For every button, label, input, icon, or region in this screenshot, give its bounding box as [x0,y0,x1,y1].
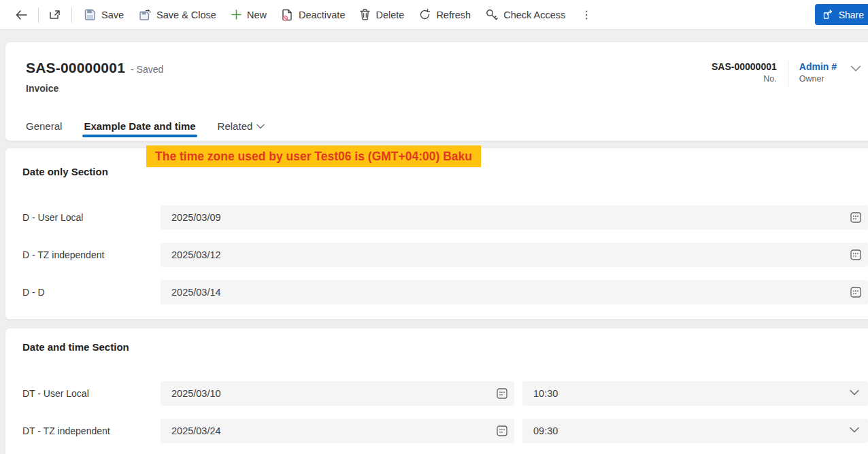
save-label: Save [101,10,124,20]
calendar-icon[interactable] [497,425,507,436]
toolbar-divider [71,7,72,22]
save-and-close-label: Save & Close [156,10,216,20]
more-commands-button[interactable]: ⋮ [573,3,600,27]
share-label: Share [839,10,864,20]
date-value: 2025/03/14 [171,287,221,298]
vertical-ellipsis-icon: ⋮ [581,8,592,21]
field-row: D - D 2025/03/14 [5,280,868,304]
field-label: D - D [22,280,158,304]
tab-general-label: General [26,120,62,132]
share-icon [823,10,834,20]
date-value: 2025/03/10 [171,388,221,399]
delete-label: Delete [375,10,404,20]
save-and-close-icon [139,9,151,21]
field-label: D - User Local [22,205,158,230]
time-input[interactable]: 10:30 [522,381,868,406]
tab-related-label: Related [218,120,253,132]
date-input[interactable]: 2025/03/24 [161,419,514,443]
section-title: Date only Section [22,166,108,177]
refresh-icon [419,9,431,20]
field-label: D - TZ independent [22,243,158,267]
date-input[interactable]: 2025/03/14 [161,280,868,304]
record-id: SAS-00000001 [26,60,125,76]
check-access-button[interactable]: Check Access [478,3,573,27]
no-value: SAS-00000001 [712,61,777,72]
date-value: 2025/03/12 [171,249,221,260]
timezone-banner: The time zone used by user Test06 is (GM… [146,145,481,167]
delete-button[interactable]: Delete [352,3,412,27]
check-access-label: Check Access [503,10,565,20]
chevron-down-icon[interactable] [850,389,859,396]
entity-type-label: Invoice [26,83,59,94]
date-and-time-section-card: Date and time Section DT - User Local 20… [5,328,868,454]
date-input[interactable]: 2025/03/09 [161,205,868,230]
owner-label: Owner [799,74,837,84]
owner-value-link[interactable]: Admin # [799,61,837,72]
save-icon [84,9,96,20]
save-button[interactable]: Save [77,3,131,27]
popout-button[interactable] [44,3,67,27]
calendar-icon[interactable] [497,388,507,399]
calendar-icon[interactable] [850,212,861,223]
refresh-label: Refresh [436,10,471,20]
date-input[interactable]: 2025/03/12 [161,243,868,267]
deactivate-label: Deactivate [299,10,346,20]
trash-icon [360,9,370,20]
open-in-new-window-icon [50,10,61,20]
chevron-down-icon [256,124,265,129]
header-expand-chevron-icon[interactable] [850,65,861,72]
share-button[interactable]: Share [815,4,868,25]
chevron-down-icon[interactable] [850,427,859,433]
section-title: Date and time Section [22,341,129,353]
command-bar: Save Save & Close New Deactivate Delete … [0,0,868,30]
record-header-card: SAS-00000001 - Saved Invoice SAS-0000000… [5,42,868,141]
date-only-section-card: Date only Section D - User Local 2025/03… [5,148,868,319]
field-label: DT - User Local [22,381,158,406]
tab-example-date-and-time-label: Example Date and time [84,120,195,132]
refresh-button[interactable]: Refresh [412,3,478,27]
save-and-close-button[interactable]: Save & Close [131,3,224,27]
tab-example-date-and-time[interactable]: Example Date and time [84,120,195,141]
deactivate-icon [282,9,293,21]
back-button[interactable] [10,3,33,27]
field-row: D - User Local 2025/03/09 [5,205,868,230]
deactivate-button[interactable]: Deactivate [274,3,353,27]
field-label: DT - TZ independent [22,419,158,443]
record-title-row: SAS-00000001 - Saved [26,60,163,76]
time-input[interactable]: 09:30 [522,419,868,443]
header-field-owner: Admin # Owner [799,61,837,84]
header-field-no: SAS-00000001 No. [712,61,777,84]
calendar-icon[interactable] [850,287,861,298]
date-value: 2025/03/09 [171,212,221,223]
header-divider [788,61,788,87]
header-summary: SAS-00000001 No. Admin # Owner [712,61,864,87]
field-row: D - TZ independent 2025/03/12 [5,243,868,267]
field-row: DT - User Local 2025/03/10 10:30 [5,381,868,406]
new-label: New [247,10,267,20]
date-value: 2025/03/24 [171,425,221,436]
time-value: 10:30 [533,388,558,399]
form-tabs: General Example Date and time Related [26,120,265,141]
no-label: No. [763,74,776,84]
record-status: - Saved [131,64,163,75]
calendar-icon[interactable] [850,249,861,260]
back-arrow-icon [16,10,27,20]
date-input[interactable]: 2025/03/10 [161,381,514,406]
tab-related[interactable]: Related [218,120,265,141]
field-row: DT - TZ independent 2025/03/24 09:30 [5,419,868,443]
tab-general[interactable]: General [26,120,62,141]
new-button[interactable]: New [224,3,274,27]
key-icon [486,9,498,20]
toolbar-divider [38,7,39,22]
time-value: 09:30 [533,425,558,436]
plus-icon [231,10,241,20]
